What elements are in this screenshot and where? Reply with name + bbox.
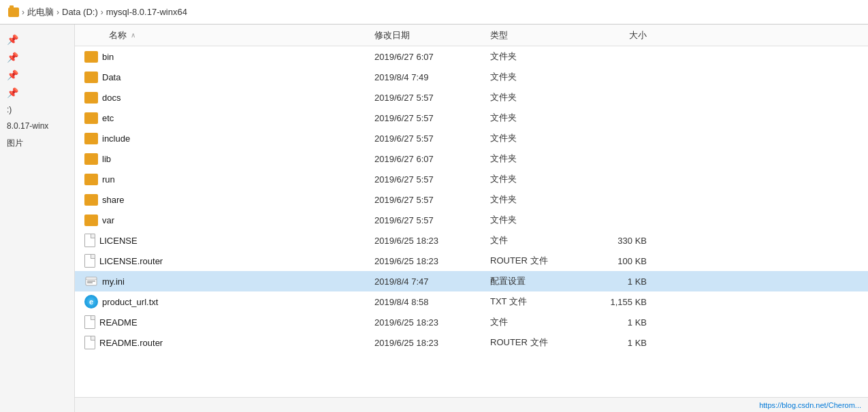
svg-rect-3 xyxy=(87,283,93,284)
file-type-cell: 文件夹 xyxy=(490,153,592,165)
table-row[interactable]: etc 2019/6/27 5:57 文件夹 xyxy=(75,108,868,128)
file-name-cell: LICENSE.router xyxy=(75,254,374,268)
table-row[interactable]: var 2019/6/27 5:57 文件夹 xyxy=(75,210,868,230)
file-date-cell: 2019/6/27 5:57 xyxy=(374,133,490,144)
file-type-cell: 文件夹 xyxy=(490,173,592,185)
file-list: bin 2019/6/27 6:07 文件夹 Data 2019/8/4 7:4… xyxy=(75,46,868,397)
file-name-label: README.router xyxy=(99,338,163,348)
file-date-cell: 2019/8/4 7:47 xyxy=(374,276,490,287)
sidebar-item-nav2[interactable]: 8.0.17-winx xyxy=(0,118,74,133)
table-row[interactable]: LICENSE.router 2019/6/25 18:23 ROUTER 文件… xyxy=(75,251,868,271)
table-row[interactable]: LICENSE 2019/6/25 18:23 文件 330 KB xyxy=(75,230,868,251)
file-date-cell: 2019/6/27 6:07 xyxy=(374,52,490,62)
file-date-cell: 2019/6/25 18:23 xyxy=(374,338,490,348)
folder-icon xyxy=(84,51,98,63)
table-row[interactable]: bin 2019/6/27 6:07 文件夹 xyxy=(75,46,868,67)
file-date-cell: 2019/6/25 18:23 xyxy=(374,256,490,266)
ie-icon: e xyxy=(84,295,98,308)
folder-icon xyxy=(84,153,98,165)
file-type-cell: 文件夹 xyxy=(490,112,592,124)
folder-icon-small xyxy=(8,7,19,17)
col-header-name[interactable]: 名称 ∧ xyxy=(75,29,374,42)
file-date-cell: 2019/8/4 8:58 xyxy=(374,297,490,307)
sidebar-item-pin1[interactable]: 📌 xyxy=(0,31,74,48)
table-row[interactable]: docs 2019/6/27 5:57 文件夹 xyxy=(75,87,868,108)
folder-icon xyxy=(84,133,98,144)
sidebar-label: 图片 xyxy=(7,138,23,149)
file-name-cell: run xyxy=(75,174,374,185)
breadcrumb-computer[interactable]: 此电脑 xyxy=(27,6,54,18)
file-type-cell: 文件夹 xyxy=(490,214,592,226)
col-header-type[interactable]: 类型 xyxy=(490,29,592,42)
file-icon xyxy=(84,336,95,349)
file-size-cell: 100 KB xyxy=(592,256,660,266)
file-name-label: lib xyxy=(102,154,111,164)
file-date-cell: 2019/6/27 6:07 xyxy=(374,154,490,164)
file-name-cell: etc xyxy=(75,112,374,124)
file-name-cell: my.ini xyxy=(75,274,374,288)
file-type-cell: 文件夹 xyxy=(490,193,592,206)
file-type-cell: 文件夹 xyxy=(490,50,592,63)
file-name-label: share xyxy=(102,195,125,205)
file-explorer-content: 名称 ∧ 修改日期 类型 大小 bin 2019/6/27 6:07 文件夹 D… xyxy=(75,25,868,412)
file-name-cell: README.router xyxy=(75,336,374,349)
breadcrumb-drive[interactable]: Data (D:) xyxy=(62,7,98,17)
table-row[interactable]: Data 2019/8/4 7:49 文件夹 xyxy=(75,67,868,87)
sidebar-item-pin3[interactable]: 📌 xyxy=(0,67,74,83)
folder-icon xyxy=(84,112,98,124)
breadcrumb-folder[interactable]: mysql-8.0.17-winx64 xyxy=(106,7,187,17)
sidebar: 📌 📌 📌 📌 :) 8.0.17-winx 图片 xyxy=(0,25,75,412)
file-name-cell: var xyxy=(75,215,374,226)
file-name-label: product_url.txt xyxy=(102,297,158,307)
file-date-cell: 2019/6/25 18:23 xyxy=(374,317,490,328)
sort-arrow-icon: ∧ xyxy=(131,31,135,39)
folder-icon xyxy=(84,92,98,104)
col-header-size[interactable]: 大小 xyxy=(592,29,660,42)
file-date-cell: 2019/8/4 7:49 xyxy=(374,72,490,82)
sidebar-item-pin2[interactable]: 📌 xyxy=(0,49,74,65)
file-size-cell: 330 KB xyxy=(592,236,660,246)
table-row[interactable]: e product_url.txt 2019/8/4 8:58 TXT 文件 1… xyxy=(75,291,868,312)
file-name-label: bin xyxy=(102,52,114,62)
file-type-cell: 文件夹 xyxy=(490,91,592,104)
file-icon xyxy=(84,234,95,247)
file-date-cell: 2019/6/27 5:57 xyxy=(374,195,490,205)
file-size-cell: 1 KB xyxy=(592,276,660,287)
file-size-cell: 1 KB xyxy=(592,317,660,328)
file-date-cell: 2019/6/27 5:57 xyxy=(374,174,490,185)
table-row[interactable]: README 2019/6/25 18:23 文件 1 KB xyxy=(75,312,868,332)
sidebar-item-nav1[interactable]: :) xyxy=(0,102,74,117)
file-date-cell: 2019/6/27 5:57 xyxy=(374,113,490,123)
file-name-label: include xyxy=(102,133,130,144)
file-type-cell: 文件夹 xyxy=(490,71,592,83)
svg-rect-2 xyxy=(87,281,95,282)
config-icon xyxy=(84,274,98,288)
file-name-label: LICENSE.router xyxy=(99,256,163,266)
pin-icon: 📌 xyxy=(7,52,18,63)
file-name-label: run xyxy=(102,174,115,185)
status-bar: https://blog.csdn.net/Cherom... xyxy=(75,397,868,412)
col-header-date[interactable]: 修改日期 xyxy=(374,29,490,42)
sidebar-item-pin4[interactable]: 📌 xyxy=(0,84,74,101)
file-name-cell: lib xyxy=(75,153,374,165)
table-row[interactable]: include 2019/6/27 5:57 文件夹 xyxy=(75,128,868,148)
pin-icon: 📌 xyxy=(7,87,18,98)
table-row[interactable]: lib 2019/6/27 6:07 文件夹 xyxy=(75,148,868,169)
file-type-cell: ROUTER 文件 xyxy=(490,255,592,267)
file-name-label: var xyxy=(102,215,114,225)
file-name-label: Data xyxy=(102,72,120,82)
folder-icon xyxy=(84,72,98,83)
file-name-label: my.ini xyxy=(102,276,125,287)
table-row[interactable]: my.ini 2019/8/4 7:47 配置设置 1 KB xyxy=(75,271,868,291)
column-header-row: 名称 ∧ 修改日期 类型 大小 xyxy=(75,25,868,46)
folder-icon xyxy=(84,174,98,185)
table-row[interactable]: share 2019/6/27 5:57 文件夹 xyxy=(75,189,868,210)
sidebar-item-nav3[interactable]: 图片 xyxy=(0,135,74,152)
file-icon xyxy=(84,315,95,329)
table-row[interactable]: run 2019/6/27 5:57 文件夹 xyxy=(75,169,868,189)
table-row[interactable]: README.router 2019/6/25 18:23 ROUTER 文件 … xyxy=(75,332,868,353)
file-name-label: etc xyxy=(102,113,114,123)
file-name-label: LICENSE xyxy=(99,236,138,246)
file-name-cell: bin xyxy=(75,51,374,63)
pin-icon: 📌 xyxy=(7,34,18,45)
